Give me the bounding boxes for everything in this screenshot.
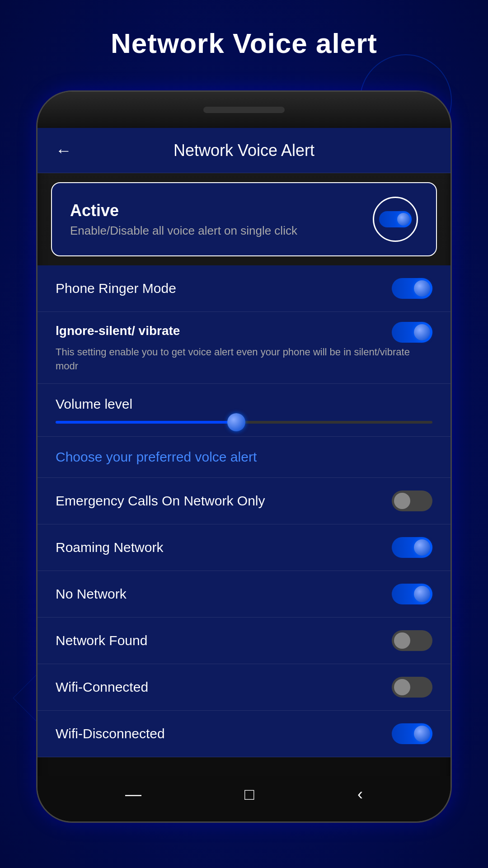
app-header: ← Network Voice Alert bbox=[38, 128, 450, 173]
active-section: Active Enable/Disable all voice alert on… bbox=[51, 182, 437, 256]
volume-section: Volume level bbox=[38, 384, 450, 437]
wifi-connected-toggle-knob bbox=[394, 679, 410, 695]
volume-slider-thumb[interactable] bbox=[227, 413, 245, 431]
ignore-silent-row-top: lgnore-silent/ vibrate bbox=[56, 322, 432, 343]
network-found-toggle-knob bbox=[394, 632, 410, 649]
settings-content: Phone Ringer Mode lgnore-silent/ vibrate… bbox=[38, 265, 450, 757]
roaming-toggle-knob bbox=[414, 539, 430, 556]
emergency-label: Emergency Calls On Network Only bbox=[56, 493, 265, 509]
emergency-toggle-knob bbox=[394, 493, 410, 509]
network-found-toggle[interactable] bbox=[392, 630, 432, 651]
recent-nav-icon[interactable]: □ bbox=[244, 785, 254, 804]
wifi-connected-toggle[interactable] bbox=[392, 677, 432, 698]
emergency-row: Emergency Calls On Network Only bbox=[38, 478, 450, 524]
ignore-silent-row: lgnore-silent/ vibrate This setting enab… bbox=[38, 312, 450, 384]
phone-notch bbox=[203, 107, 285, 113]
phone-ringer-toggle[interactable] bbox=[392, 278, 432, 299]
network-found-row: Network Found bbox=[38, 618, 450, 664]
emergency-toggle[interactable] bbox=[392, 491, 432, 511]
back-button[interactable]: ← bbox=[56, 141, 72, 160]
app-header-title: Network Voice Alert bbox=[85, 141, 403, 160]
page-title: Network Voice alert bbox=[0, 27, 488, 59]
phone-ringer-row: Phone Ringer Mode bbox=[38, 265, 450, 312]
volume-slider-fill bbox=[56, 421, 236, 424]
no-network-row: No Network bbox=[38, 571, 450, 618]
phone-bottom-nav: — □ ‹ bbox=[38, 776, 450, 821]
wifi-disconnected-toggle-knob bbox=[414, 726, 430, 742]
active-label: Active bbox=[70, 201, 364, 220]
phone-ringer-label: Phone Ringer Mode bbox=[56, 281, 176, 296]
wifi-connected-label: Wifi-Connected bbox=[56, 679, 148, 695]
ignore-silent-label: lgnore-silent/ vibrate bbox=[56, 324, 180, 338]
roaming-label: Roaming Network bbox=[56, 540, 163, 555]
wifi-disconnected-toggle[interactable] bbox=[392, 723, 432, 744]
volume-slider-track[interactable] bbox=[56, 421, 432, 424]
active-description: Enable/Disable all voice alert on single… bbox=[70, 224, 364, 238]
home-nav-icon[interactable]: — bbox=[125, 785, 141, 804]
back-nav-icon[interactable]: ‹ bbox=[357, 785, 363, 804]
network-found-label: Network Found bbox=[56, 633, 147, 648]
choose-label: Choose your preferred volce alert bbox=[56, 449, 432, 465]
ignore-silent-toggle[interactable] bbox=[392, 322, 432, 343]
active-toggle-container[interactable] bbox=[373, 197, 418, 242]
ignore-silent-toggle-knob bbox=[414, 324, 430, 340]
roaming-toggle[interactable] bbox=[392, 537, 432, 558]
wifi-disconnected-row: Wifi-Disconnected bbox=[38, 711, 450, 757]
no-network-label: No Network bbox=[56, 586, 127, 602]
ignore-silent-desc: This setting enable you to get voice ale… bbox=[56, 345, 432, 373]
active-toggle-knob bbox=[397, 213, 410, 226]
phone-top-bar bbox=[38, 92, 450, 128]
roaming-row: Roaming Network bbox=[38, 524, 450, 571]
active-section-text: Active Enable/Disable all voice alert on… bbox=[70, 201, 364, 238]
choose-section: Choose your preferred volce alert bbox=[38, 437, 450, 478]
no-network-toggle[interactable] bbox=[392, 584, 432, 604]
wifi-connected-row: Wifi-Connected bbox=[38, 664, 450, 711]
active-toggle[interactable] bbox=[379, 211, 412, 227]
phone-mockup: ← Network Voice Alert Active Enable/Disa… bbox=[36, 90, 452, 823]
wifi-disconnected-label: Wifi-Disconnected bbox=[56, 726, 165, 741]
no-network-toggle-knob bbox=[414, 586, 430, 602]
phone-ringer-toggle-knob bbox=[414, 280, 430, 297]
volume-label: Volume level bbox=[56, 396, 432, 412]
